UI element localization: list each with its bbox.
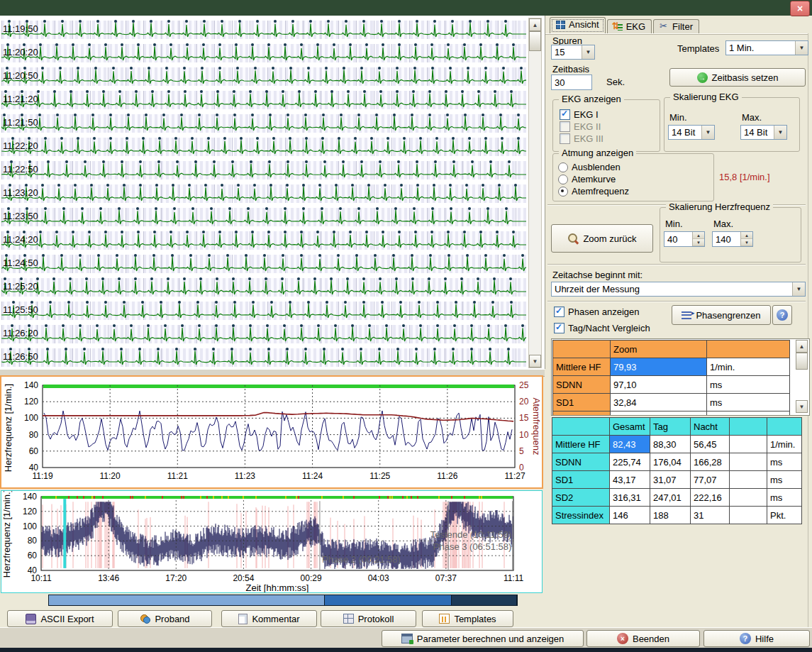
radio-icon[interactable]: [558, 162, 568, 172]
row-label-cell[interactable]: SD2: [552, 489, 610, 507]
ecg-strip-panel[interactable]: 11:19:5011:20:2011:20:5011:21:2011:21:50…: [0, 16, 545, 369]
hf-max-spinner[interactable]: 140 ▲▼: [712, 231, 753, 247]
radio-selected-icon[interactable]: [558, 187, 568, 197]
ecg-strip-row[interactable]: 11:26:50: [1, 346, 526, 369]
ecg-strip-row[interactable]: 11:25:50: [1, 299, 526, 322]
zeitachse-dropdown[interactable]: Uhrzeit der Messung ▼: [551, 282, 806, 297]
ecg-scrollbar[interactable]: ▲ ▼: [528, 18, 542, 368]
zeitbasis-input[interactable]: [551, 74, 592, 90]
tag-cell[interactable]: 176,04: [650, 453, 691, 471]
value-cell[interactable]: 79,93: [611, 358, 707, 376]
spin-up-icon[interactable]: ▲: [741, 232, 752, 239]
gesamt-cell[interactable]: 316,31: [610, 489, 650, 507]
templates-dropdown[interactable]: 1 Min. ▼: [725, 40, 808, 55]
chevron-down-icon[interactable]: ▼: [701, 126, 714, 139]
spin-down-icon[interactable]: ▼: [693, 239, 704, 246]
chevron-down-icon[interactable]: ▼: [582, 45, 594, 59]
hr-zoom-chart[interactable]: 140120100806040252015105011:1911:2011:21…: [0, 375, 543, 489]
value-cell[interactable]: 97,10: [611, 376, 707, 394]
beenden-button[interactable]: ×Beenden: [586, 630, 700, 647]
tag-cell[interactable]: 88,30: [650, 436, 691, 453]
gesamt-cell[interactable]: 225,74: [610, 453, 650, 471]
ecg-strip-row[interactable]: 11:19:50: [1, 18, 526, 41]
ecg-strip-row[interactable]: 11:26:20: [1, 322, 526, 346]
spin-up-icon[interactable]: ▲: [693, 232, 704, 239]
row-label-cell[interactable]: SD1: [552, 471, 610, 489]
spuren-dropdown[interactable]: 15 ▼: [551, 45, 595, 60]
scroll-down-icon[interactable]: ▼: [796, 400, 808, 413]
checkbox-checked-icon[interactable]: [554, 306, 564, 317]
atmung-radio-atemkurve[interactable]: Atemkurve: [558, 174, 616, 184]
table-scrollbar[interactable]: ▲ ▼: [796, 340, 808, 413]
ekg-checkbox-1[interactable]: EKG I: [560, 109, 599, 120]
ecg-strip-row[interactable]: 11:23:20: [1, 182, 526, 205]
nacht-cell[interactable]: 31: [691, 507, 730, 524]
nacht-cell[interactable]: 56,45: [691, 436, 730, 453]
row-label-cell[interactable]: SD1: [553, 394, 611, 411]
ecg-strip-row[interactable]: 11:24:20: [1, 228, 526, 252]
tag-cell[interactable]: 31,07: [650, 471, 691, 489]
nacht-cell[interactable]: 77,07: [691, 471, 730, 489]
ecg-scrollbar-thumb[interactable]: [529, 31, 541, 51]
scroll-up-icon[interactable]: ▲: [796, 340, 808, 353]
gesamt-cell[interactable]: 146: [610, 507, 650, 524]
hr-overview-chart[interactable]: 14012010080604010:1113:4617:2020:5400:29…: [1, 490, 543, 593]
nacht-cell[interactable]: 166,28: [691, 453, 730, 471]
proband-button[interactable]: Proband: [118, 610, 212, 627]
ecg-strip-row[interactable]: 11:21:50: [1, 111, 526, 135]
chevron-down-icon[interactable]: ▼: [795, 41, 808, 55]
parameter-berechnen-und-anzeigen-button[interactable]: Parameter berechnen und anzeigen: [382, 630, 584, 647]
row-label-cell[interactable]: Stressindex: [552, 507, 610, 524]
row-label-cell[interactable]: SDNN: [553, 376, 611, 394]
chevron-down-icon[interactable]: ▼: [774, 126, 786, 139]
phasengrenzen-button[interactable]: Phasengrenzen: [672, 305, 771, 325]
ecg-strip-row[interactable]: 11:20:50: [1, 65, 526, 88]
zoom-zurueck-button[interactable]: Zoom zurück: [551, 224, 653, 253]
row-label-cell[interactable]: SDNN: [552, 453, 610, 471]
value-cell[interactable]: 32,84: [611, 394, 707, 411]
tab-filter[interactable]: Filter: [653, 19, 699, 34]
zoom-stats-table-container: ZoomMittlere HF79,931/min.SDNN97,10msSD1…: [551, 338, 810, 416]
templates-button[interactable]: Templates: [422, 610, 513, 627]
row-label-cell[interactable]: SD2: [553, 411, 611, 416]
ecg-strip-row[interactable]: 11:20:20: [1, 41, 526, 65]
nacht-cell[interactable]: 222,16: [691, 489, 730, 507]
checkbox-checked-icon[interactable]: [554, 323, 564, 333]
phasen-anzeigen-checkbox[interactable]: Phasen anzeigen: [554, 306, 639, 317]
ekg-min-dropdown[interactable]: 14 Bit ▼: [668, 125, 715, 140]
close-button[interactable]: ×: [790, 1, 810, 16]
checkbox-checked-icon[interactable]: [560, 109, 570, 120]
scroll-down-icon[interactable]: ▼: [529, 355, 541, 368]
kommentar-button[interactable]: Kommentar: [221, 610, 317, 627]
hf-min-spinner[interactable]: 40 ▲▼: [664, 231, 705, 247]
row-label-cell[interactable]: Mittlere HF: [552, 436, 610, 453]
tab-ansicht[interactable]: Ansicht: [550, 17, 606, 34]
spin-down-icon[interactable]: ▼: [741, 239, 752, 246]
tag-nacht-checkbox[interactable]: Tag/Nacht Vergleich: [554, 323, 650, 333]
tag-cell[interactable]: 188: [650, 507, 691, 524]
tag-cell[interactable]: 247,01: [650, 489, 691, 507]
row-label-cell[interactable]: Mittlere HF: [553, 358, 611, 376]
protokoll-button[interactable]: Protokoll: [321, 610, 416, 627]
ecg-strip-row[interactable]: 11:21:20: [1, 88, 526, 111]
gesamt-cell[interactable]: 43,17: [610, 471, 650, 489]
chevron-down-icon[interactable]: ▼: [792, 282, 805, 296]
ecg-strip-row[interactable]: 11:23:50: [1, 205, 526, 228]
ecg-strip-row[interactable]: 11:22:50: [1, 158, 526, 182]
radio-icon[interactable]: [558, 175, 568, 184]
zeitbasis-setzen-button[interactable]: → Zeitbasis setzen: [669, 68, 806, 87]
ecg-strip-row[interactable]: 11:22:20: [1, 135, 526, 158]
gesamt-cell[interactable]: 82,43: [610, 436, 650, 453]
ecg-strip-row[interactable]: 11:25:20: [1, 275, 526, 299]
tab-ekg[interactable]: EKG: [607, 19, 652, 34]
atmung-radio-atemfrequenz[interactable]: Atemfrequenz: [558, 186, 629, 197]
help-button[interactable]: ?: [772, 305, 792, 325]
ecg-strip-row[interactable]: 11:24:50: [1, 252, 526, 275]
hilfe-button[interactable]: ?Hilfe: [703, 630, 810, 647]
ekg-max-dropdown[interactable]: 14 Bit ▼: [740, 125, 787, 140]
table-scrollbar-thumb[interactable]: [796, 353, 808, 370]
scroll-up-icon[interactable]: ▲: [529, 18, 541, 31]
value-cell[interactable]: 132,34: [611, 411, 707, 416]
ascii-export-button[interactable]: ASCII Export: [7, 610, 113, 627]
atmung-radio-ausblenden[interactable]: Ausblenden: [558, 162, 621, 172]
